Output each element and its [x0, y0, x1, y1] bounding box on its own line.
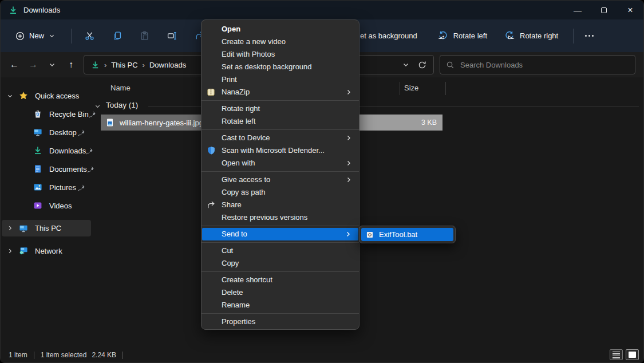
sidebar-item-quick-access[interactable]: Quick access: [1, 86, 92, 105]
close-button[interactable]: ×: [617, 1, 643, 19]
cut-button[interactable]: [80, 27, 99, 45]
new-button-label: New: [29, 31, 44, 40]
menu-item-rotate-right[interactable]: Rotate right: [202, 102, 359, 115]
sidebar-item-videos[interactable]: Videos: [1, 196, 92, 215]
menu-item-create-shortcut[interactable]: Create shortcut: [202, 274, 359, 286]
menu-item-edit-with-photos[interactable]: Edit with Photos: [202, 48, 359, 61]
recycle-bin-icon: [33, 109, 42, 119]
group-header-today[interactable]: Today (1): [106, 101, 138, 109]
nanazip-icon: [207, 88, 215, 97]
submenu-item-exiftool[interactable]: ExifTool.bat: [361, 228, 453, 241]
large-icons-view-button[interactable]: [626, 349, 639, 360]
file-name: william-henry-gates-iii.jpg: [120, 119, 203, 127]
rename-button[interactable]: [162, 27, 181, 45]
column-divider[interactable]: [445, 82, 446, 95]
menu-item-label: Create shortcut: [222, 275, 272, 284]
menu-item-label: Rotate left: [222, 117, 255, 125]
videos-icon: [33, 201, 42, 210]
paste-button[interactable]: [135, 27, 154, 45]
search-icon: [446, 61, 455, 69]
up-button[interactable]: ↑: [62, 56, 80, 74]
column-header-size[interactable]: Size: [404, 84, 418, 92]
sidebar-item-downloads[interactable]: Downloads: [1, 141, 92, 160]
submenu-arrow-icon: [345, 176, 352, 183]
sidebar-item-recycle-bin[interactable]: Recycle Bin: [1, 105, 92, 123]
copy-button[interactable]: [107, 27, 127, 45]
menu-separator: [202, 129, 359, 130]
menu-item-label: Rotate right: [222, 104, 260, 113]
pictures-icon: [33, 183, 42, 192]
menu-item-properties[interactable]: Properties: [202, 315, 359, 328]
this-pc-icon: [19, 224, 28, 233]
menu-item-open-with[interactable]: Open with: [202, 157, 359, 169]
maximize-icon: [601, 7, 607, 13]
menu-item-print[interactable]: Print: [202, 73, 359, 86]
menu-item-give-access-to[interactable]: Give access to: [202, 173, 359, 186]
menu-item-label: Open with: [222, 159, 255, 167]
column-divider[interactable]: [400, 82, 400, 95]
new-button[interactable]: New: [10, 28, 61, 44]
sidebar-item-network[interactable]: Network: [1, 242, 92, 259]
search-box[interactable]: [440, 55, 635, 74]
group-collapse-chevron-icon[interactable]: [94, 103, 101, 109]
toolbar-divider: [71, 29, 72, 44]
menu-separator: [202, 100, 359, 101]
menu-item-restore-previous-versions[interactable]: Restore previous versions: [202, 211, 359, 224]
pin-icon: [87, 165, 94, 173]
set-as-background-button[interactable]: et as background: [360, 31, 417, 40]
sidebar-item-label: Quick access: [35, 92, 79, 100]
selection-count: 1 item selected: [41, 351, 87, 359]
menu-item-cut[interactable]: Cut: [202, 244, 359, 257]
menu-item-copy[interactable]: Copy: [202, 257, 359, 270]
sidebar-item-pictures[interactable]: Pictures: [1, 178, 92, 196]
recent-locations-button[interactable]: [43, 56, 61, 74]
menu-item-label: Scan with Microsoft Defender...: [222, 146, 325, 155]
menu-item-rename[interactable]: Rename: [202, 299, 359, 311]
network-icon: [19, 246, 28, 255]
menu-item-send-to[interactable]: Send to: [202, 228, 358, 240]
menu-item-set-as-desktop-background[interactable]: Set as desktop background: [202, 61, 359, 73]
sidebar-item-documents[interactable]: Documents: [1, 160, 92, 178]
menu-item-rotate-left[interactable]: Rotate left: [202, 115, 359, 128]
menu-item-label: Send to: [222, 230, 247, 238]
forward-button[interactable]: →: [24, 56, 42, 74]
sidebar-item-label: Videos: [49, 202, 72, 210]
sidebar-item-this-pc[interactable]: This PC: [2, 220, 91, 236]
menu-item-label: Set as desktop background: [222, 62, 312, 71]
address-dropdown-button[interactable]: [398, 57, 414, 73]
minimize-button[interactable]: —: [564, 1, 591, 19]
menu-separator: [202, 242, 359, 243]
menu-item-nanazip[interactable]: NanaZip: [202, 86, 359, 98]
details-view-icon: [613, 352, 620, 358]
star-icon: [19, 91, 28, 100]
menu-item-delete[interactable]: Delete: [202, 286, 359, 299]
set-as-background-label: et as background: [360, 31, 417, 40]
menu-item-copy-as-path[interactable]: Copy as path: [202, 186, 359, 199]
column-header-name[interactable]: Name: [110, 84, 131, 92]
menu-item-share[interactable]: Share: [202, 199, 359, 211]
menu-item-scan-with-defender[interactable]: Scan with Microsoft Defender...: [202, 144, 359, 157]
menu-item-label: NanaZip: [222, 88, 250, 96]
breadcrumb-downloads[interactable]: Downloads: [149, 61, 186, 69]
maximize-button[interactable]: [591, 1, 617, 19]
downloads-folder-icon: [9, 6, 18, 15]
contextual-commands: et as background Rotate left Rotate righ…: [360, 19, 594, 52]
status-divider: [123, 352, 123, 359]
rotate-right-icon: [504, 31, 515, 41]
titlebar: Downloads — ×: [1, 1, 643, 19]
back-button[interactable]: ←: [5, 56, 23, 74]
rotate-left-button[interactable]: Rotate left: [438, 31, 487, 41]
breadcrumb-this-pc[interactable]: This PC: [111, 61, 137, 69]
plus-icon: [15, 31, 25, 41]
menu-item-label: Copy: [222, 259, 239, 267]
sidebar-item-desktop[interactable]: Desktop: [1, 123, 92, 141]
menu-item-open[interactable]: Open: [202, 23, 359, 35]
rotate-right-button[interactable]: Rotate right: [504, 31, 558, 41]
details-view-button[interactable]: [610, 349, 623, 360]
search-input[interactable]: [459, 60, 629, 70]
menu-item-create-new-video[interactable]: Create a new video: [202, 35, 359, 48]
refresh-button[interactable]: [414, 57, 430, 73]
more-options-button[interactable]: [585, 35, 594, 37]
menu-item-label: Properties: [222, 317, 255, 326]
menu-item-cast-to-device[interactable]: Cast to Device: [202, 132, 359, 144]
